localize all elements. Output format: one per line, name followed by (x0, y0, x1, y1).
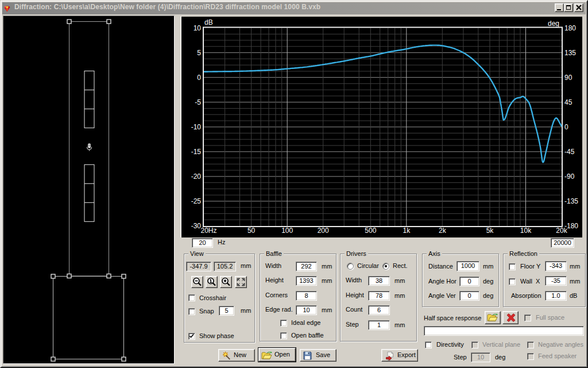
svg-text:2k: 2k (439, 227, 447, 235)
svg-text:-90: -90 (564, 172, 575, 181)
svg-text:50: 50 (247, 227, 256, 235)
svg-text:-30: -30 (191, 222, 202, 230)
svg-text:135: 135 (564, 49, 576, 57)
svg-text:10k: 10k (520, 227, 532, 235)
svg-text:500: 500 (365, 227, 376, 235)
svg-text:-5: -5 (195, 98, 201, 106)
svg-text:200: 200 (318, 227, 329, 235)
svg-text:5: 5 (197, 49, 201, 57)
svg-text:deg: deg (548, 20, 559, 28)
svg-text:180: 180 (564, 24, 576, 32)
svg-text:10: 10 (194, 24, 202, 32)
svg-text:90: 90 (564, 74, 572, 82)
svg-text:-15: -15 (191, 148, 202, 156)
svg-text:0: 0 (197, 74, 201, 82)
svg-text:45: 45 (564, 98, 572, 106)
svg-text:-45: -45 (564, 148, 575, 156)
svg-text:-10: -10 (191, 123, 202, 131)
svg-text:1k: 1k (403, 227, 411, 235)
svg-text:0: 0 (564, 123, 568, 131)
svg-text:-135: -135 (564, 197, 578, 205)
svg-text:-20: -20 (191, 172, 202, 181)
svg-text:20k: 20k (556, 227, 567, 235)
svg-text:20Hz: 20Hz (200, 227, 216, 235)
svg-text:dB: dB (204, 18, 213, 26)
svg-text:100: 100 (281, 227, 293, 235)
svg-text:-25: -25 (191, 197, 202, 205)
svg-text:5k: 5k (486, 227, 494, 235)
